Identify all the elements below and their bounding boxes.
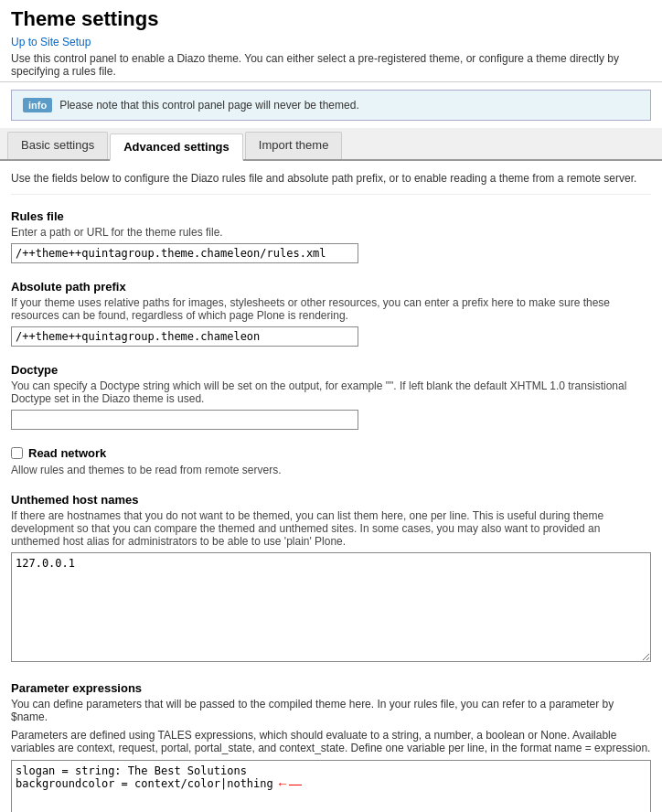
param-expressions-section: Parameter expressions You can define par… (11, 681, 651, 812)
absolute-path-input[interactable] (11, 326, 358, 347)
tab-advanced[interactable]: Advanced settings (110, 134, 243, 161)
info-badge: info (23, 98, 52, 112)
tab-basic[interactable]: Basic settings (7, 132, 108, 159)
absolute-path-label: Absolute path prefix (11, 280, 651, 294)
rules-file-input[interactable] (11, 243, 358, 263)
unthemed-hosts-textarea[interactable]: 127.0.0.1 (11, 552, 651, 662)
doctype-input[interactable] (11, 410, 358, 430)
read-network-section: Read network Allow rules and themes to b… (11, 446, 651, 476)
content-area: Use the fields below to configure the Di… (0, 161, 662, 812)
param-desc1: You can define parameters that will be p… (11, 698, 651, 723)
param-textarea-wrapper: slogan = string: The Best Solutions back… (11, 760, 651, 812)
read-network-label: Read network (28, 446, 106, 460)
tabs-bar: Basic settings Advanced settings Import … (0, 128, 662, 161)
read-network-row: Read network (11, 446, 651, 460)
absolute-path-section: Absolute path prefix If your theme uses … (11, 280, 651, 347)
doctype-desc: You can specify a Doctype string which w… (11, 379, 651, 405)
doctype-label: Doctype (11, 363, 651, 377)
rules-file-section: Rules file Enter a path or URL for the t… (11, 209, 651, 263)
page-header: Theme settings Up to Site Setup Use this… (0, 0, 662, 82)
page-title: Theme settings (11, 7, 651, 31)
doctype-section: Doctype You can specify a Doctype string… (11, 363, 651, 430)
info-message: Please note that this control panel page… (59, 99, 359, 112)
page-description: Use this control panel to enable a Diazo… (11, 52, 651, 78)
tab-import[interactable]: Import theme (245, 132, 343, 159)
arrow-indicator: ←— (276, 776, 302, 791)
unthemed-hosts-label: Unthemed host names (11, 493, 651, 507)
param-desc2: Parameters are defined using TALES expre… (11, 729, 651, 754)
intro-text: Use the fields below to configure the Di… (11, 172, 651, 195)
read-network-desc: Allow rules and themes to be read from r… (11, 464, 651, 476)
unthemed-hosts-desc: If there are hostnames that you do not w… (11, 509, 651, 548)
absolute-path-desc: If your theme uses relative paths for im… (11, 296, 651, 322)
rules-file-desc: Enter a path or URL for the theme rules … (11, 226, 651, 239)
breadcrumb-link[interactable]: Up to Site Setup (11, 36, 91, 48)
rules-file-label: Rules file (11, 209, 651, 223)
unthemed-hosts-section: Unthemed host names If there are hostnam… (11, 493, 651, 665)
param-expressions-label: Parameter expressions (11, 681, 651, 695)
param-expressions-textarea[interactable]: slogan = string: The Best Solutions back… (11, 760, 651, 812)
info-box: info Please note that this control panel… (11, 90, 651, 121)
read-network-checkbox[interactable] (11, 447, 23, 459)
